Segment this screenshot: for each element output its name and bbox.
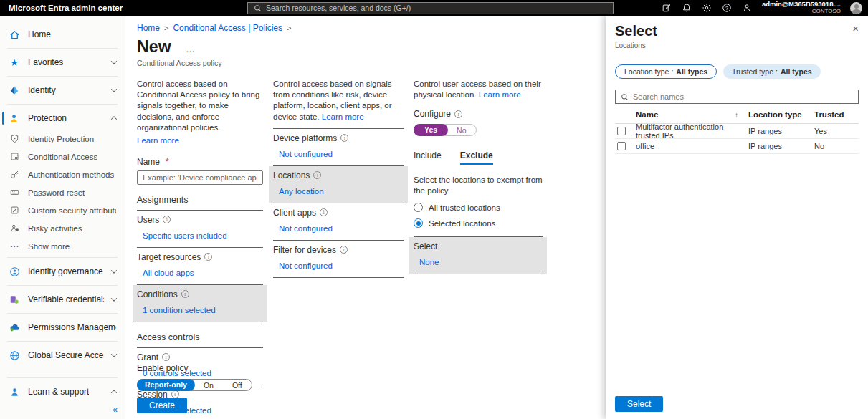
column-header-trusted[interactable]: Trusted (814, 110, 859, 119)
avatar[interactable] (850, 2, 862, 14)
search-icon (621, 93, 629, 101)
locations-value-link[interactable]: Any location (279, 187, 404, 196)
feedback-icon[interactable] (742, 3, 753, 14)
chevron-down-icon (111, 267, 117, 273)
row-checkbox[interactable] (617, 127, 626, 135)
sidebar-item-favorites[interactable]: ★ Favorites (0, 51, 125, 74)
svg-text:?: ? (725, 6, 728, 11)
table-row[interactable]: Multifactor authentication trusted IPs I… (615, 124, 859, 139)
home-icon (9, 29, 20, 40)
sidebar: Home ★ Favorites Identity Protection Ide… (0, 16, 125, 419)
account-tenant: CONTOSO (762, 9, 841, 15)
sidebar-item-home[interactable]: Home (0, 23, 125, 46)
chevron-down-icon (111, 295, 117, 301)
search-names-box[interactable] (615, 90, 859, 104)
exempt-description: Select the locations to exempt from the … (414, 175, 543, 196)
panel-select-button[interactable]: Select (615, 396, 663, 412)
table-header: Name↑ Location type Trusted (615, 106, 859, 124)
sidebar-item-verifiable-credentials[interactable]: Verifiable credentials (0, 288, 125, 311)
chevron-down-icon (111, 86, 117, 92)
sidebar-item-password-reset[interactable]: Password reset (0, 183, 125, 201)
off-option[interactable]: Off (223, 380, 252, 391)
person-alert-icon (9, 223, 20, 234)
radio-all-trusted-locations[interactable]: All trusted locations (414, 203, 543, 212)
sidebar-item-authentication-methods[interactable]: Authentication methods (0, 165, 125, 183)
info-icon (181, 290, 189, 298)
table-row[interactable]: office IP ranges No (615, 139, 859, 154)
sidebar-item-permissions-management[interactable]: Permissions Management (0, 316, 125, 339)
configure-label: Configure (414, 109, 543, 119)
configure-toggle[interactable]: Yes No (414, 124, 477, 136)
sidebar-item-global-secure-access[interactable]: Global Secure Access (Preview) (0, 344, 125, 367)
breadcrumb-policies-link[interactable]: Conditional Access | Policies (173, 23, 282, 33)
users-field: Users Specific users included (137, 211, 263, 247)
filter-devices-value-link[interactable]: Not configured (279, 261, 404, 270)
sidebar-item-identity-protection[interactable]: Identity Protection (0, 130, 125, 148)
app-title[interactable]: Microsoft Entra admin center (0, 4, 165, 12)
sidebar-item-identity[interactable]: Identity (0, 79, 125, 102)
breadcrumb-home-link[interactable]: Home (137, 23, 160, 33)
trusted-type-filter-pill[interactable]: Trusted type :All types (723, 64, 821, 79)
page-subtitle: Conditional Access policy (137, 59, 604, 67)
sidebar-item-custom-security-attributes[interactable]: Custom security attributes (0, 201, 125, 219)
report-only-option[interactable]: Report-only (137, 379, 195, 391)
conditions-value-link[interactable]: 1 condition selected (143, 306, 263, 314)
permissions-management-icon (9, 322, 20, 333)
sidebar-item-conditional-access[interactable]: Conditional Access (0, 148, 125, 165)
global-search-input[interactable]: Search resources, services, and docs (G+… (247, 2, 614, 14)
help-icon[interactable]: ? (722, 3, 733, 14)
device-platforms-field: Device platforms Not configured (273, 129, 404, 165)
row-checkbox[interactable] (617, 142, 626, 150)
sidebar-item-protection[interactable]: Protection (0, 107, 125, 130)
client-apps-value-link[interactable]: Not configured (279, 224, 404, 233)
chevron-down-icon (111, 351, 117, 357)
panel-title: Select (615, 23, 657, 39)
sidebar-collapse-button[interactable]: « (105, 403, 125, 419)
col2-learn-more-link[interactable]: Learn more (322, 112, 364, 121)
policy-name-input[interactable] (137, 170, 263, 185)
select-locations-value-link[interactable]: None (419, 258, 543, 266)
radio-selected-icon[interactable] (414, 218, 423, 228)
close-icon[interactable]: × (852, 23, 859, 34)
info-icon (340, 134, 348, 142)
access-controls-header: Access controls (137, 332, 263, 342)
sidebar-item-show-more[interactable]: Show more (0, 237, 125, 255)
chevron-up-icon (111, 116, 117, 122)
page-title: New (137, 37, 171, 57)
sidebar-item-identity-governance[interactable]: Identity governance (0, 260, 125, 283)
create-button[interactable]: Create (137, 398, 187, 413)
col3-learn-more-link[interactable]: Learn more (479, 90, 521, 99)
info-icon (454, 110, 462, 118)
info-icon (162, 353, 170, 361)
radio-icon[interactable] (414, 203, 423, 212)
column-header-name[interactable]: Name (636, 110, 658, 119)
users-value-link[interactable]: Specific users included (143, 231, 263, 240)
column-header-location-type[interactable]: Location type (748, 110, 814, 119)
configure-no-option[interactable]: No (447, 125, 475, 136)
locations-field: Locations Any location (269, 166, 408, 203)
radio-selected-locations[interactable]: Selected locations (414, 218, 543, 228)
col1-learn-more-link[interactable]: Learn more (137, 136, 179, 145)
location-type-filter-pill[interactable]: Location type :All types (615, 64, 717, 79)
sidebar-item-learn-support[interactable]: Learn & support (0, 380, 125, 403)
global-search-placeholder: Search resources, services, and docs (G+… (266, 4, 411, 12)
target-resources-value-link[interactable]: All cloud apps (143, 269, 263, 277)
tab-exclude[interactable]: Exclude (460, 150, 493, 165)
enable-policy-toggle[interactable]: Report-only On Off (137, 379, 252, 391)
search-names-input[interactable] (633, 92, 853, 101)
configure-yes-option[interactable]: Yes (414, 124, 448, 136)
settings-gear-icon[interactable] (702, 3, 712, 14)
sidebar-item-risky-activities[interactable]: Risky activities (0, 219, 125, 237)
sort-ascending-icon[interactable]: ↑ (735, 111, 738, 119)
device-platforms-value-link[interactable]: Not configured (279, 150, 404, 158)
assignments-header: Assignments (137, 195, 263, 205)
tab-include[interactable]: Include (414, 150, 442, 165)
more-actions-icon[interactable]: … (186, 44, 195, 54)
notifications-bell-icon[interactable] (682, 3, 692, 14)
on-option[interactable]: On (194, 380, 223, 391)
conditions-field: Conditions 1 condition selected (133, 285, 267, 322)
verifiable-credentials-icon (9, 294, 20, 305)
keyboard-icon (9, 187, 20, 198)
account-menu[interactable]: admin@M365B593018.... CONTOSO (762, 1, 841, 14)
whats-new-icon[interactable] (662, 3, 672, 14)
